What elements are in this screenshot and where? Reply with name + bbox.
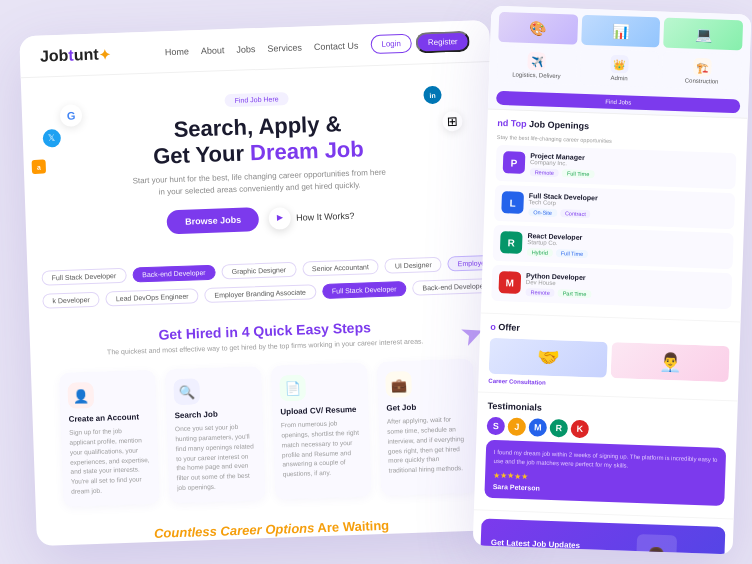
step-title-3: Upload CV/ Resume	[280, 405, 360, 417]
nav-services[interactable]: Services	[267, 42, 302, 53]
hero-subtitle: Start your hunt for the best, life chang…	[129, 166, 390, 199]
job-tag: Remote	[525, 288, 555, 297]
job-logo-2: L	[501, 191, 524, 214]
avatar-3: M	[528, 418, 547, 437]
newsletter-text: Get Latest Job Updates Subscribe to get …	[490, 538, 629, 554]
step-card-2: 🔍 Search Job Once you set your job hunti…	[165, 366, 266, 503]
cat-construction[interactable]: 🏗️ Construction	[662, 52, 742, 91]
hero-title: Search, Apply & Get Your Dream Job	[52, 107, 464, 174]
tag-item[interactable]: Full Stack Developer	[41, 268, 126, 286]
tag-item-active[interactable]: Back-end Developer	[132, 264, 216, 282]
avatars-row: S J M R K	[487, 417, 727, 443]
cta-title: Countless Career Options Are WaitingFor …	[56, 514, 487, 546]
tag-item[interactable]: Lead DevOps Engineer	[106, 288, 199, 306]
step-card-1: 👤 Create an Account Sign up for the job …	[59, 370, 160, 507]
dream-text: Dream Job	[250, 137, 365, 166]
avatar-4: R	[549, 419, 568, 438]
job-logo-3: R	[500, 231, 523, 254]
cat-label: Construction	[666, 77, 737, 85]
hero-buttons: Browse Jobs ▶ How It Works?	[55, 200, 466, 238]
testimonials-title: Testimonials	[487, 401, 727, 419]
linkedin-icon: in	[423, 86, 442, 105]
job-tag: Remote	[530, 168, 560, 177]
register-button[interactable]: Register	[416, 31, 470, 54]
offer-img-1: 🤝	[489, 338, 608, 378]
job-card-4: M Python Developer Dev House Remote Part…	[491, 265, 732, 309]
job-logo-4: M	[498, 271, 521, 294]
offer-img-inner-2: 👨‍💼	[611, 342, 730, 382]
testimonial-text: I found my dream job within 2 weeks of s…	[493, 448, 717, 474]
newsletter-card: Get Latest Job Updates Subscribe to get …	[479, 519, 725, 555]
find-jobs-button[interactable]: Find Jobs	[496, 91, 740, 114]
step-icon-4: 💼	[385, 371, 412, 398]
testimonials-section: Testimonials S J M R K I found my dream …	[474, 392, 738, 519]
job-tag: Contract	[560, 209, 591, 218]
step-card-4: 💼 Get Job After applying, wait for some …	[377, 359, 478, 496]
job-logo-1: P	[503, 151, 526, 174]
top-images: 🎨 📊 💻	[498, 12, 743, 50]
job-openings-section: nd Top Job Openings Stay the best life-c…	[481, 110, 748, 323]
tag-item[interactable]: Senior Accountant	[302, 259, 379, 277]
job-info-1: Project Manager Company Inc. Remote Full…	[530, 152, 730, 183]
right-card: 🎨 📊 💻 ✈️ Logistics, Delivery 👑 Admin 🏗️ …	[473, 6, 752, 555]
admin-icon: 👑	[610, 55, 629, 74]
find-job-btn-area: Find Jobs	[496, 86, 741, 114]
construction-icon: 🏗️	[693, 58, 712, 77]
step-title-4: Get Job	[386, 401, 466, 413]
how-it-works-button[interactable]: ▶ How It Works?	[269, 205, 355, 230]
newsletter-person-image: 👨‍💼	[635, 534, 677, 554]
main-card: Jobtunt✦ Home About Jobs Services Contac…	[19, 20, 507, 546]
job-card-1: P Project Manager Company Inc. Remote Fu…	[495, 145, 736, 189]
job-info-3: React Developer Startup Co. Hybrid Full …	[527, 232, 727, 263]
job-tag: Full Time	[556, 249, 589, 258]
offer-accent: o	[490, 322, 496, 332]
cat-label: Admin	[584, 74, 655, 82]
cat-logistics[interactable]: ✈️ Logistics, Delivery	[497, 46, 577, 85]
steps-grid: 👤 Create an Account Sign up for the job …	[51, 359, 485, 507]
tag-item-active[interactable]: Full Stack Developer	[322, 281, 407, 299]
cat-admin[interactable]: 👑 Admin	[579, 49, 659, 88]
offer-grid: 🤝 👨‍💼	[489, 338, 730, 382]
job-tag: On-Site	[528, 208, 557, 217]
offer-section: o Offer 🤝 👨‍💼 Career Consultation	[478, 313, 741, 401]
browse-jobs-button[interactable]: Browse Jobs	[167, 207, 260, 234]
nav-contact[interactable]: Contact Us	[314, 40, 359, 52]
hero-section: G 𝕏 in ⊞ a Find Job Here Search, Apply &…	[21, 62, 497, 267]
step-desc-1: Sign up for the job applicant profile, m…	[69, 425, 151, 496]
nav-home[interactable]: Home	[165, 46, 189, 57]
cta-accent: Countless Career Options	[154, 520, 315, 541]
nav-about[interactable]: About	[201, 45, 225, 56]
steps-title-accent: 4 Quick Easy Steps	[241, 319, 371, 339]
section-title-jobs: nd Top Job Openings	[497, 118, 737, 136]
logo-accent: t	[68, 46, 74, 63]
step-desc-3: From numerous job openings, shortlist th…	[281, 418, 363, 479]
step-title-1: Create an Account	[68, 412, 148, 424]
hero-badge: Find Job Here	[224, 92, 288, 107]
category-grid: ✈️ Logistics, Delivery 👑 Admin 🏗️ Constr…	[497, 46, 742, 90]
play-icon: ▶	[269, 207, 292, 230]
job-card-2: L Full Stack Developer Tech Corp On-Site…	[494, 185, 735, 229]
amazon-icon: a	[32, 160, 46, 174]
job-tag: Hybrid	[527, 248, 553, 257]
step-desc-4: After applying, wait for some time, sche…	[387, 414, 469, 475]
step-desc-2: Once you set your job hunting parameters…	[175, 422, 257, 493]
logo: Jobtunt✦	[40, 45, 111, 65]
right-top-section: 🎨 📊 💻 ✈️ Logistics, Delivery 👑 Admin 🏗️ …	[488, 6, 751, 119]
logistics-icon: ✈️	[528, 52, 547, 71]
offer-title: o Offer	[490, 322, 730, 340]
job-info-2: Full Stack Developer Tech Corp On-Site C…	[528, 192, 728, 223]
login-button[interactable]: Login	[370, 34, 412, 54]
tag-item[interactable]: Employer Branding Associate	[204, 284, 316, 303]
nav-jobs[interactable]: Jobs	[236, 44, 255, 55]
step-icon-2: 🔍	[173, 379, 200, 406]
avatar-5: K	[570, 420, 589, 439]
job-info-4: Python Developer Dev House Remote Part T…	[525, 272, 725, 303]
step-icon-1: 👤	[67, 382, 94, 409]
step-card-3: 📄 Upload CV/ Resume From numerous job op…	[271, 363, 372, 500]
tag-item[interactable]: UI Designer	[385, 257, 442, 274]
tag-item[interactable]: Graphic Designer	[221, 262, 296, 280]
step-title-2: Search Job	[174, 409, 254, 421]
tag-item[interactable]: k Developer	[42, 291, 100, 308]
step-icon-3: 📄	[279, 375, 306, 402]
tech-img: 💻	[663, 18, 743, 51]
